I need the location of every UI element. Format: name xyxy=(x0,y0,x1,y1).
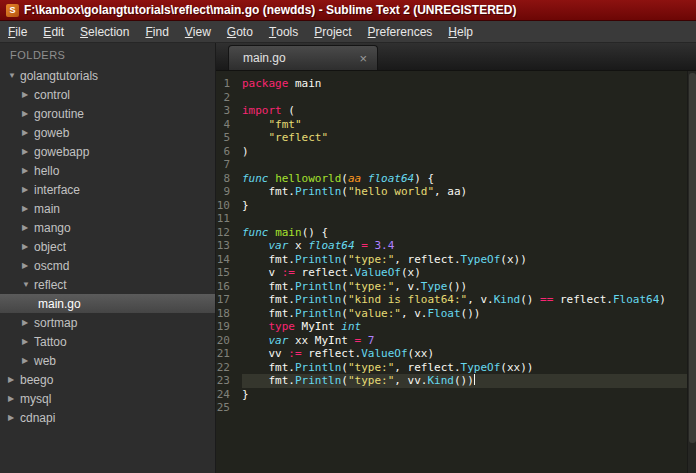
triangle-right-icon[interactable]: ▶ xyxy=(22,356,34,365)
menu-view[interactable]: View xyxy=(177,21,219,42)
menu-file[interactable]: File xyxy=(0,21,35,42)
tree-item-label: control xyxy=(34,88,70,102)
folder-cdnapi[interactable]: ▶cdnapi xyxy=(0,408,215,427)
triangle-down-icon[interactable]: ▼ xyxy=(22,280,34,289)
triangle-down-icon[interactable]: ▼ xyxy=(8,71,20,80)
line-text: } xyxy=(242,388,249,402)
editor-column: main.go × 1package main23import (4 "fmt"… xyxy=(216,43,696,473)
line-number: 21 xyxy=(216,347,242,361)
menu-edit[interactable]: Edit xyxy=(35,21,72,42)
menu-find[interactable]: Find xyxy=(137,21,176,42)
triangle-right-icon[interactable]: ▶ xyxy=(8,413,20,422)
code-line-6[interactable]: 6) xyxy=(216,145,696,159)
tab-close-icon[interactable]: × xyxy=(359,52,367,65)
triangle-right-icon[interactable]: ▶ xyxy=(22,185,34,194)
folder-reflect[interactable]: ▼reflect xyxy=(0,275,215,294)
folder-web[interactable]: ▶web xyxy=(0,351,215,370)
code-line-12[interactable]: 12func main() { xyxy=(216,226,696,240)
line-text: var x float64 = 3.4 xyxy=(242,239,394,253)
menu-tools[interactable]: Tools xyxy=(261,21,306,42)
menu-project[interactable]: Project xyxy=(306,21,359,42)
code-line-15[interactable]: 15 v := reflect.ValueOf(x) xyxy=(216,266,696,280)
tab-main-go[interactable]: main.go × xyxy=(228,45,378,70)
code-line-21[interactable]: 21 vv := reflect.ValueOf(xx) xyxy=(216,347,696,361)
triangle-right-icon[interactable]: ▶ xyxy=(22,109,34,118)
folder-tattoo[interactable]: ▶Tattoo xyxy=(0,332,215,351)
folder-hello[interactable]: ▶hello xyxy=(0,161,215,180)
menu-help[interactable]: Help xyxy=(440,21,481,42)
sublime-icon: S xyxy=(6,4,19,17)
folder-mysql[interactable]: ▶mysql xyxy=(0,389,215,408)
triangle-right-icon[interactable]: ▶ xyxy=(22,147,34,156)
code-editor[interactable]: 1package main23import (4 "fmt"5 "reflect… xyxy=(216,71,696,473)
code-line-23[interactable]: 23 fmt.Println("type:", vv.Kind()) xyxy=(216,374,696,388)
triangle-right-icon[interactable]: ▶ xyxy=(22,90,34,99)
scrollbar-thumb[interactable] xyxy=(689,73,696,443)
line-number: 14 xyxy=(216,253,242,267)
code-line-14[interactable]: 14 fmt.Println("type:", reflect.TypeOf(x… xyxy=(216,253,696,267)
line-text: fmt.Println("type:", v.Type()) xyxy=(242,280,467,294)
line-text: v := reflect.ValueOf(x) xyxy=(242,266,421,280)
triangle-right-icon[interactable]: ▶ xyxy=(22,318,34,327)
folder-control[interactable]: ▶control xyxy=(0,85,215,104)
code-line-17[interactable]: 17 fmt.Println("kind is float64:", v.Kin… xyxy=(216,293,696,307)
code-line-7[interactable]: 7 xyxy=(216,158,696,172)
code-line-22[interactable]: 22 fmt.Println("type:", reflect.TypeOf(x… xyxy=(216,361,696,375)
folder-goweb[interactable]: ▶goweb xyxy=(0,123,215,142)
title-bar[interactable]: S F:\kanbox\golangtutorials\reflect\main… xyxy=(0,0,696,21)
tab-bar: main.go × xyxy=(216,43,696,71)
menu-selection[interactable]: Selection xyxy=(72,21,137,42)
main-area: FOLDERS ▼golangtutorials▶control▶gorouti… xyxy=(0,43,696,473)
code-line-11[interactable]: 11 xyxy=(216,212,696,226)
sidebar: FOLDERS ▼golangtutorials▶control▶gorouti… xyxy=(0,43,216,473)
tree-item-label: web xyxy=(34,354,56,368)
tab-label: main.go xyxy=(243,51,286,65)
folder-main[interactable]: ▶main xyxy=(0,199,215,218)
code-line-19[interactable]: 19 type MyInt int xyxy=(216,320,696,334)
code-line-20[interactable]: 20 var xx MyInt = 7 xyxy=(216,334,696,348)
line-text: import ( xyxy=(242,104,295,118)
tree-item-label: mysql xyxy=(20,392,51,406)
tree-item-label: goroutine xyxy=(34,107,84,121)
folder-golangtutorials[interactable]: ▼golangtutorials xyxy=(0,66,215,85)
code-line-24[interactable]: 24} xyxy=(216,388,696,402)
code-line-25[interactable]: 25 xyxy=(216,401,696,415)
line-number: 2 xyxy=(216,91,242,105)
folder-interface[interactable]: ▶interface xyxy=(0,180,215,199)
code-line-16[interactable]: 16 fmt.Println("type:", v.Type()) xyxy=(216,280,696,294)
line-number: 15 xyxy=(216,266,242,280)
triangle-right-icon[interactable]: ▶ xyxy=(22,128,34,137)
code-line-4[interactable]: 4 "fmt" xyxy=(216,118,696,132)
folder-mango[interactable]: ▶mango xyxy=(0,218,215,237)
folder-object[interactable]: ▶object xyxy=(0,237,215,256)
line-number: 8 xyxy=(216,172,242,186)
code-line-5[interactable]: 5 "reflect" xyxy=(216,131,696,145)
triangle-right-icon[interactable]: ▶ xyxy=(22,223,34,232)
triangle-right-icon[interactable]: ▶ xyxy=(8,375,20,384)
triangle-right-icon[interactable]: ▶ xyxy=(22,261,34,270)
code-line-2[interactable]: 2 xyxy=(216,91,696,105)
code-line-13[interactable]: 13 var x float64 = 3.4 xyxy=(216,239,696,253)
folder-sortmap[interactable]: ▶sortmap xyxy=(0,313,215,332)
menu-preferences[interactable]: Preferences xyxy=(360,21,441,42)
folder-gowebapp[interactable]: ▶gowebapp xyxy=(0,142,215,161)
triangle-right-icon[interactable]: ▶ xyxy=(22,242,34,251)
folder-beego[interactable]: ▶beego xyxy=(0,370,215,389)
triangle-right-icon[interactable]: ▶ xyxy=(8,394,20,403)
code-line-10[interactable]: 10} xyxy=(216,199,696,213)
line-text: "reflect" xyxy=(242,131,328,145)
menu-goto[interactable]: Goto xyxy=(219,21,261,42)
triangle-right-icon[interactable]: ▶ xyxy=(22,166,34,175)
folder-oscmd[interactable]: ▶oscmd xyxy=(0,256,215,275)
code-line-18[interactable]: 18 fmt.Println("value:", v.Float()) xyxy=(216,307,696,321)
code-line-8[interactable]: 8func helloworld(aa float64) { xyxy=(216,172,696,186)
tree-item-label: interface xyxy=(34,183,80,197)
triangle-right-icon[interactable]: ▶ xyxy=(22,337,34,346)
code-line-1[interactable]: 1package main xyxy=(216,77,696,91)
code-line-3[interactable]: 3import ( xyxy=(216,104,696,118)
triangle-right-icon[interactable]: ▶ xyxy=(22,204,34,213)
folder-goroutine[interactable]: ▶goroutine xyxy=(0,104,215,123)
code-line-9[interactable]: 9 fmt.Println("hello world", aa) xyxy=(216,185,696,199)
file-main-go[interactable]: main.go xyxy=(0,294,215,313)
editor-scrollbar[interactable] xyxy=(687,71,696,473)
